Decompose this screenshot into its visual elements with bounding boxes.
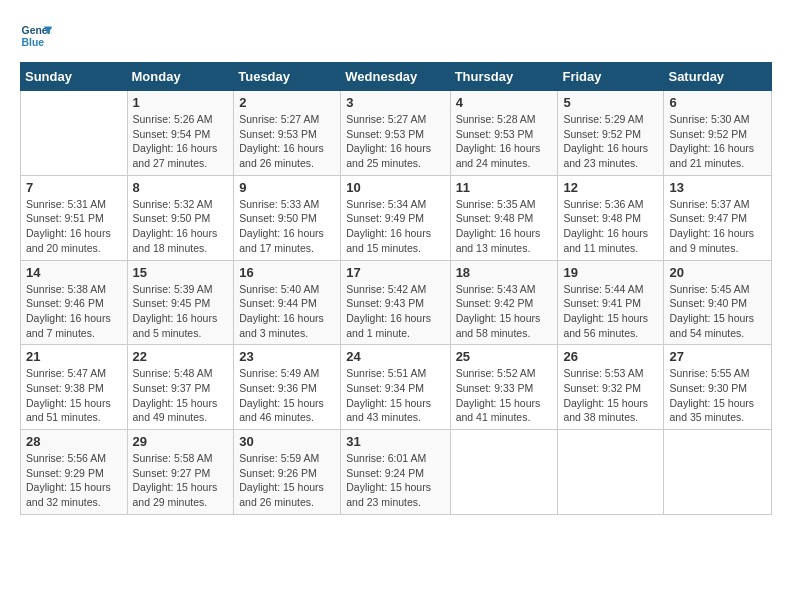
day-info: Sunrise: 5:27 AM Sunset: 9:53 PM Dayligh… <box>239 112 335 171</box>
day-number: 9 <box>239 180 335 195</box>
day-number: 1 <box>133 95 229 110</box>
calendar-cell <box>664 430 772 515</box>
day-info: Sunrise: 5:49 AM Sunset: 9:36 PM Dayligh… <box>239 366 335 425</box>
day-info: Sunrise: 5:28 AM Sunset: 9:53 PM Dayligh… <box>456 112 553 171</box>
calendar-cell: 6Sunrise: 5:30 AM Sunset: 9:52 PM Daylig… <box>664 91 772 176</box>
day-number: 26 <box>563 349 658 364</box>
calendar-cell <box>21 91 128 176</box>
calendar-cell: 3Sunrise: 5:27 AM Sunset: 9:53 PM Daylig… <box>341 91 450 176</box>
svg-text:Blue: Blue <box>22 37 45 48</box>
day-info: Sunrise: 5:27 AM Sunset: 9:53 PM Dayligh… <box>346 112 444 171</box>
day-info: Sunrise: 5:30 AM Sunset: 9:52 PM Dayligh… <box>669 112 766 171</box>
day-info: Sunrise: 5:43 AM Sunset: 9:42 PM Dayligh… <box>456 282 553 341</box>
calendar-cell: 29Sunrise: 5:58 AM Sunset: 9:27 PM Dayli… <box>127 430 234 515</box>
day-info: Sunrise: 5:29 AM Sunset: 9:52 PM Dayligh… <box>563 112 658 171</box>
day-info: Sunrise: 5:51 AM Sunset: 9:34 PM Dayligh… <box>346 366 444 425</box>
day-number: 27 <box>669 349 766 364</box>
calendar-cell: 21Sunrise: 5:47 AM Sunset: 9:38 PM Dayli… <box>21 345 128 430</box>
day-number: 14 <box>26 265 122 280</box>
calendar-cell: 8Sunrise: 5:32 AM Sunset: 9:50 PM Daylig… <box>127 175 234 260</box>
day-number: 30 <box>239 434 335 449</box>
calendar-cell: 31Sunrise: 6:01 AM Sunset: 9:24 PM Dayli… <box>341 430 450 515</box>
calendar-cell: 7Sunrise: 5:31 AM Sunset: 9:51 PM Daylig… <box>21 175 128 260</box>
day-info: Sunrise: 5:31 AM Sunset: 9:51 PM Dayligh… <box>26 197 122 256</box>
day-info: Sunrise: 5:35 AM Sunset: 9:48 PM Dayligh… <box>456 197 553 256</box>
calendar-cell: 16Sunrise: 5:40 AM Sunset: 9:44 PM Dayli… <box>234 260 341 345</box>
day-info: Sunrise: 6:01 AM Sunset: 9:24 PM Dayligh… <box>346 451 444 510</box>
day-info: Sunrise: 5:34 AM Sunset: 9:49 PM Dayligh… <box>346 197 444 256</box>
calendar-cell: 19Sunrise: 5:44 AM Sunset: 9:41 PM Dayli… <box>558 260 664 345</box>
day-info: Sunrise: 5:58 AM Sunset: 9:27 PM Dayligh… <box>133 451 229 510</box>
page-header: General Blue <box>20 20 772 52</box>
day-number: 23 <box>239 349 335 364</box>
calendar-cell: 17Sunrise: 5:42 AM Sunset: 9:43 PM Dayli… <box>341 260 450 345</box>
calendar-week-row: 1Sunrise: 5:26 AM Sunset: 9:54 PM Daylig… <box>21 91 772 176</box>
day-info: Sunrise: 5:33 AM Sunset: 9:50 PM Dayligh… <box>239 197 335 256</box>
day-number: 6 <box>669 95 766 110</box>
calendar-cell: 11Sunrise: 5:35 AM Sunset: 9:48 PM Dayli… <box>450 175 558 260</box>
day-number: 7 <box>26 180 122 195</box>
calendar-cell: 14Sunrise: 5:38 AM Sunset: 9:46 PM Dayli… <box>21 260 128 345</box>
day-info: Sunrise: 5:48 AM Sunset: 9:37 PM Dayligh… <box>133 366 229 425</box>
day-info: Sunrise: 5:56 AM Sunset: 9:29 PM Dayligh… <box>26 451 122 510</box>
calendar-cell: 27Sunrise: 5:55 AM Sunset: 9:30 PM Dayli… <box>664 345 772 430</box>
day-number: 15 <box>133 265 229 280</box>
day-number: 17 <box>346 265 444 280</box>
day-number: 24 <box>346 349 444 364</box>
calendar-cell <box>558 430 664 515</box>
calendar-cell: 30Sunrise: 5:59 AM Sunset: 9:26 PM Dayli… <box>234 430 341 515</box>
header-sunday: Sunday <box>21 63 128 91</box>
day-number: 16 <box>239 265 335 280</box>
day-info: Sunrise: 5:37 AM Sunset: 9:47 PM Dayligh… <box>669 197 766 256</box>
header-friday: Friday <box>558 63 664 91</box>
day-number: 13 <box>669 180 766 195</box>
calendar-cell <box>450 430 558 515</box>
calendar-week-row: 7Sunrise: 5:31 AM Sunset: 9:51 PM Daylig… <box>21 175 772 260</box>
day-info: Sunrise: 5:39 AM Sunset: 9:45 PM Dayligh… <box>133 282 229 341</box>
calendar-cell: 26Sunrise: 5:53 AM Sunset: 9:32 PM Dayli… <box>558 345 664 430</box>
day-number: 2 <box>239 95 335 110</box>
day-number: 12 <box>563 180 658 195</box>
day-number: 22 <box>133 349 229 364</box>
day-info: Sunrise: 5:26 AM Sunset: 9:54 PM Dayligh… <box>133 112 229 171</box>
calendar-cell: 22Sunrise: 5:48 AM Sunset: 9:37 PM Dayli… <box>127 345 234 430</box>
header-wednesday: Wednesday <box>341 63 450 91</box>
day-number: 28 <box>26 434 122 449</box>
day-info: Sunrise: 5:32 AM Sunset: 9:50 PM Dayligh… <box>133 197 229 256</box>
calendar-week-row: 21Sunrise: 5:47 AM Sunset: 9:38 PM Dayli… <box>21 345 772 430</box>
calendar-cell: 9Sunrise: 5:33 AM Sunset: 9:50 PM Daylig… <box>234 175 341 260</box>
calendar-cell: 13Sunrise: 5:37 AM Sunset: 9:47 PM Dayli… <box>664 175 772 260</box>
day-number: 31 <box>346 434 444 449</box>
header-saturday: Saturday <box>664 63 772 91</box>
logo-icon: General Blue <box>20 20 52 52</box>
header-monday: Monday <box>127 63 234 91</box>
calendar-cell: 23Sunrise: 5:49 AM Sunset: 9:36 PM Dayli… <box>234 345 341 430</box>
calendar-cell: 4Sunrise: 5:28 AM Sunset: 9:53 PM Daylig… <box>450 91 558 176</box>
day-number: 19 <box>563 265 658 280</box>
calendar-cell: 5Sunrise: 5:29 AM Sunset: 9:52 PM Daylig… <box>558 91 664 176</box>
calendar-cell: 10Sunrise: 5:34 AM Sunset: 9:49 PM Dayli… <box>341 175 450 260</box>
day-info: Sunrise: 5:47 AM Sunset: 9:38 PM Dayligh… <box>26 366 122 425</box>
calendar-week-row: 28Sunrise: 5:56 AM Sunset: 9:29 PM Dayli… <box>21 430 772 515</box>
header-thursday: Thursday <box>450 63 558 91</box>
calendar-cell: 1Sunrise: 5:26 AM Sunset: 9:54 PM Daylig… <box>127 91 234 176</box>
calendar-cell: 12Sunrise: 5:36 AM Sunset: 9:48 PM Dayli… <box>558 175 664 260</box>
day-number: 5 <box>563 95 658 110</box>
day-info: Sunrise: 5:38 AM Sunset: 9:46 PM Dayligh… <box>26 282 122 341</box>
day-number: 10 <box>346 180 444 195</box>
calendar-cell: 20Sunrise: 5:45 AM Sunset: 9:40 PM Dayli… <box>664 260 772 345</box>
day-info: Sunrise: 5:53 AM Sunset: 9:32 PM Dayligh… <box>563 366 658 425</box>
header-tuesday: Tuesday <box>234 63 341 91</box>
calendar-cell: 18Sunrise: 5:43 AM Sunset: 9:42 PM Dayli… <box>450 260 558 345</box>
day-number: 11 <box>456 180 553 195</box>
calendar-header-row: SundayMondayTuesdayWednesdayThursdayFrid… <box>21 63 772 91</box>
calendar-week-row: 14Sunrise: 5:38 AM Sunset: 9:46 PM Dayli… <box>21 260 772 345</box>
calendar-cell: 2Sunrise: 5:27 AM Sunset: 9:53 PM Daylig… <box>234 91 341 176</box>
day-info: Sunrise: 5:52 AM Sunset: 9:33 PM Dayligh… <box>456 366 553 425</box>
day-number: 20 <box>669 265 766 280</box>
calendar-cell: 24Sunrise: 5:51 AM Sunset: 9:34 PM Dayli… <box>341 345 450 430</box>
day-number: 18 <box>456 265 553 280</box>
day-number: 29 <box>133 434 229 449</box>
logo: General Blue <box>20 20 56 52</box>
day-number: 21 <box>26 349 122 364</box>
